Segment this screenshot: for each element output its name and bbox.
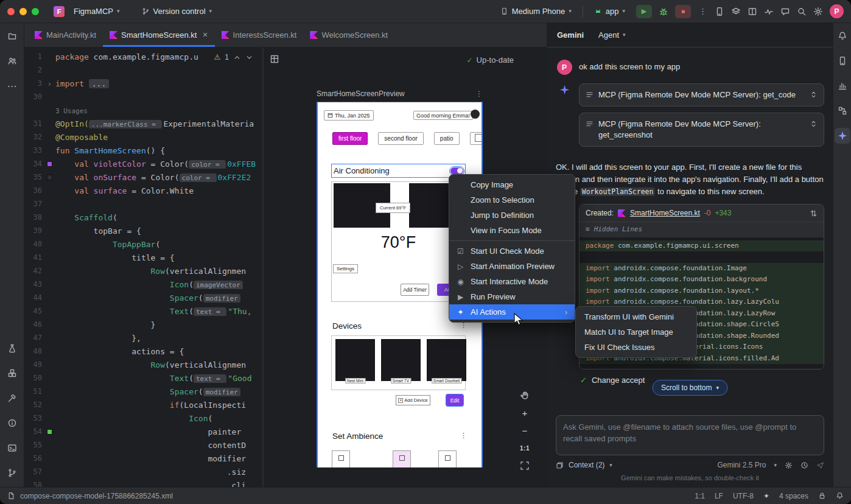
- created-file-link[interactable]: SmartHomeScreen.kt: [630, 209, 700, 217]
- pan-tool-button[interactable]: [517, 388, 532, 402]
- run-button[interactable]: ▶: [636, 5, 652, 18]
- device-mirroring-icon[interactable]: [715, 7, 724, 16]
- add-device-button[interactable]: + Add Device: [396, 395, 430, 405]
- vcs-menu[interactable]: Version control ▾: [138, 5, 217, 18]
- ambience-tile[interactable]: [438, 450, 457, 467]
- app-inspection-button[interactable]: [4, 340, 20, 356]
- device-tile[interactable]: Smart Doorbell: [427, 339, 466, 381]
- more-tools-button[interactable]: ⋯: [4, 78, 20, 94]
- project-menu[interactable]: FigmaMCP ▾: [69, 5, 124, 18]
- unfold-icon[interactable]: [810, 120, 818, 128]
- zoom-out-button[interactable]: −: [517, 424, 532, 437]
- agent-mode-selector[interactable]: Agent ▾: [598, 30, 626, 40]
- history-icon[interactable]: [800, 461, 808, 469]
- unfold-icon[interactable]: [810, 91, 818, 99]
- debug-button[interactable]: [659, 7, 668, 16]
- context-menu-item[interactable]: ✦ AI Actions ›: [449, 304, 575, 320]
- floor-chip[interactable]: first floor: [332, 132, 368, 145]
- add-timer-button[interactable]: Add Timer: [401, 284, 429, 296]
- resource-manager-button[interactable]: [4, 53, 20, 69]
- tool-call-card[interactable]: MCP (Figma Remote Dev Mode MCP Server): …: [579, 113, 824, 147]
- editor-tab[interactable]: SmartHomeScreen.kt ✕: [103, 23, 214, 47]
- floor-chip[interactable]: patio: [434, 132, 460, 145]
- build-button[interactable]: [4, 390, 20, 406]
- context-chip[interactable]: Context (2): [569, 461, 604, 469]
- lock-icon[interactable]: [818, 492, 826, 500]
- indent-setting[interactable]: 4 spaces: [779, 492, 808, 500]
- code-editor[interactable]: 1package com.example.figmamcp.u23›import…: [24, 47, 264, 487]
- submenu-item[interactable]: Fix UI Check Issues: [576, 340, 696, 355]
- context-menu-item[interactable]: Zoom to Selection: [449, 192, 575, 208]
- settings-gear-icon[interactable]: [785, 461, 793, 469]
- diff-icon[interactable]: [810, 209, 818, 217]
- selection-handle[interactable]: [475, 134, 483, 142]
- terminal-button[interactable]: [4, 440, 20, 456]
- problems-button[interactable]: [4, 415, 20, 431]
- packages-button[interactable]: [4, 365, 20, 381]
- ambience-tile[interactable]: [332, 450, 350, 467]
- assistant-chat-icon[interactable]: [780, 7, 790, 16]
- structure-button[interactable]: [835, 103, 850, 119]
- settings-gear-icon[interactable]: [813, 7, 823, 16]
- editor-tab[interactable]: InterestsScreen.kt: [215, 23, 304, 47]
- send-icon[interactable]: [816, 461, 824, 469]
- device-selector[interactable]: Medium Phone ▾: [496, 5, 576, 18]
- context-menu-item[interactable]: ▷ Start Animation Preview: [449, 259, 575, 274]
- cursor-position[interactable]: 1:1: [695, 492, 705, 500]
- preview-gallery-icon[interactable]: [270, 54, 279, 66]
- tool-call-card[interactable]: MCP (Figma Remote Dev Mode MCP Server): …: [579, 83, 824, 107]
- scroll-to-bottom-button[interactable]: Scroll to bottom ▾: [652, 380, 728, 396]
- user-avatar[interactable]: P: [830, 4, 844, 18]
- editor-tab[interactable]: MainActivity.kt: [28, 23, 103, 47]
- context-menu-item[interactable]: ▶ Run Preview: [449, 289, 575, 304]
- notification-bell-icon[interactable]: [836, 492, 844, 500]
- context-menu-item[interactable]: ☑ Start UI Check Mode: [449, 243, 575, 259]
- hidden-lines-row[interactable]: ≡ Hidden Lines: [580, 222, 824, 237]
- floor-chip[interactable]: second floor: [378, 132, 423, 145]
- encoding[interactable]: UTF-8: [733, 492, 754, 500]
- ambience-tile[interactable]: [393, 450, 411, 467]
- chevron-down-icon[interactable]: [245, 54, 253, 61]
- submenu-item[interactable]: Match UI to Target Image: [576, 324, 696, 340]
- macos-close-button[interactable]: [7, 8, 15, 15]
- gemini-prompt-input[interactable]: Ask Gemini, use @filename to attach sour…: [556, 415, 824, 455]
- inspection-widget[interactable]: ⚠ 1: [211, 52, 256, 63]
- context-menu-item[interactable]: View in Focus Mode: [449, 223, 575, 238]
- close-tab-icon[interactable]: ✕: [202, 31, 208, 39]
- model-selector[interactable]: Gemini 2.5 Pro: [717, 461, 766, 469]
- running-devices-button[interactable]: [835, 53, 850, 69]
- context-menu-item[interactable]: Copy Image: [449, 177, 575, 192]
- settings-chip[interactable]: Settings: [333, 264, 358, 273]
- ambience-options-icon[interactable]: ⋮: [460, 432, 467, 439]
- run-config-selector[interactable]: app ▾: [590, 5, 629, 18]
- more-run-actions[interactable]: ⋮: [698, 5, 708, 18]
- version-control-button[interactable]: [4, 465, 20, 481]
- context-menu-item[interactable]: Jump to Definition: [449, 208, 575, 223]
- device-tile[interactable]: Nest Mini: [335, 339, 375, 381]
- macos-zoom-button[interactable]: [32, 8, 39, 15]
- context-menu-item[interactable]: ◉ Start Interactive Mode: [449, 274, 575, 289]
- edit-button[interactable]: Edit: [446, 394, 463, 406]
- app-insights-button[interactable]: [835, 78, 850, 94]
- zoom-ratio-button[interactable]: 1:1: [517, 441, 532, 455]
- gemini-status-icon[interactable]: ✦: [763, 492, 769, 500]
- profiler-icon[interactable]: [764, 7, 774, 16]
- notifications-button[interactable]: [835, 28, 850, 44]
- preview-options-icon[interactable]: ⋮: [475, 89, 483, 98]
- layers-icon[interactable]: [731, 7, 741, 16]
- chevron-up-icon[interactable]: [233, 54, 241, 61]
- zoom-in-button[interactable]: +: [517, 406, 532, 419]
- line-ending[interactable]: LF: [715, 492, 723, 500]
- layout-inspector-icon[interactable]: [748, 7, 757, 16]
- editor-tab[interactable]: WelcomeScreen.kt: [303, 23, 394, 47]
- stop-button[interactable]: ■: [675, 5, 691, 18]
- device-tile[interactable]: Smart TV: [381, 339, 421, 381]
- search-icon[interactable]: [797, 7, 807, 16]
- gemini-tool-button[interactable]: [835, 128, 850, 144]
- fit-to-screen-button[interactable]: [517, 459, 532, 472]
- ac-toggle[interactable]: [450, 167, 463, 175]
- macos-minimize-button[interactable]: [19, 8, 27, 15]
- project-tool-button[interactable]: [4, 28, 20, 44]
- statusbar-file-name[interactable]: compose-compose-model-1758866285245.xml: [20, 492, 173, 500]
- submenu-item[interactable]: Transform UI with Gemini: [576, 309, 696, 324]
